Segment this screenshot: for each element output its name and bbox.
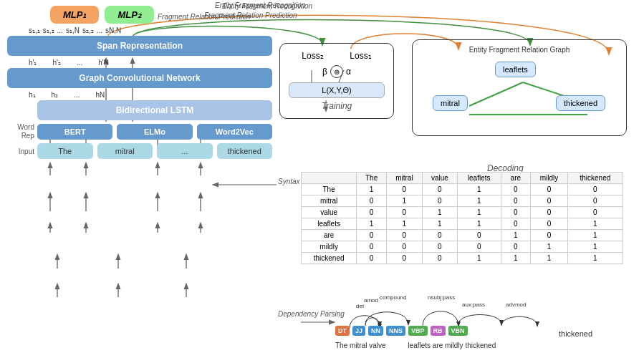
matrix-header-mitral: mitral bbox=[386, 173, 422, 184]
cell: 0 bbox=[386, 253, 422, 264]
pos-rb-tag: RB bbox=[431, 326, 446, 336]
cell: 1 bbox=[457, 207, 501, 218]
svg-text:aux:pass: aux:pass bbox=[462, 301, 485, 308]
svg-text:det: det bbox=[356, 303, 365, 309]
efr-graph-box: Entity Fragment Relation Graph leaflets … bbox=[412, 39, 627, 136]
cell: 1 bbox=[567, 218, 623, 230]
cell: 0 bbox=[422, 184, 457, 195]
cell: 0 bbox=[457, 230, 501, 241]
cell: 0 bbox=[567, 184, 623, 195]
span-idx-2: ... bbox=[57, 26, 63, 34]
word-rep-section: WordRep BERT ELMo Word2Vec bbox=[7, 123, 272, 140]
cell: 0 bbox=[531, 218, 568, 230]
cell: 0 bbox=[357, 207, 387, 218]
input-the: The bbox=[37, 143, 93, 159]
span-indices-row: s₁,₁ s₁,₂ ... s₁,N s₂,₂ ... sN,N bbox=[7, 26, 272, 34]
word-rep-boxes: BERT ELMo Word2Vec bbox=[37, 124, 272, 140]
elmo-box: ELMo bbox=[117, 124, 192, 140]
token-mitral: JJ bbox=[352, 326, 365, 336]
loss1-label: Loss₁ bbox=[350, 51, 371, 61]
cell: 0 bbox=[567, 195, 623, 207]
cell: 1 bbox=[567, 230, 623, 241]
table-row: leaflets 1 1 1 1 0 0 1 bbox=[302, 218, 623, 230]
cell: 0 bbox=[422, 241, 457, 253]
cell: 0 bbox=[531, 195, 568, 207]
cell: 0 bbox=[422, 253, 457, 264]
loss2-label: Loss₂ bbox=[302, 51, 323, 61]
matrix-header-empty bbox=[302, 173, 357, 184]
h-1: h₁ bbox=[29, 91, 36, 99]
cell: 1 bbox=[501, 230, 531, 241]
cell: 1 bbox=[357, 184, 387, 195]
node-leaflets: leaflets bbox=[495, 62, 536, 77]
cell: 1 bbox=[457, 253, 501, 264]
pos-vbn-tag: VBN bbox=[448, 326, 468, 336]
bilstm-wrapper: Bidirectional LSTM bbox=[37, 100, 272, 120]
table-row: thickened 0 0 0 1 1 1 1 bbox=[302, 253, 623, 264]
span-idx-5: ... bbox=[97, 26, 102, 34]
mlp2-box: MLP₂ bbox=[105, 6, 153, 24]
cell: 0 bbox=[422, 230, 457, 241]
cell: 0 bbox=[531, 230, 568, 241]
input-boxes: The mitral ... thickened bbox=[37, 143, 272, 159]
pos-jj-tag: JJ bbox=[352, 326, 365, 336]
span-idx-0: s₁,₁ bbox=[29, 26, 40, 34]
parse-sentence: The mitral valve leaflets are mildly thi… bbox=[335, 342, 496, 349]
row-label-are: are bbox=[302, 230, 357, 241]
cell: 0 bbox=[386, 207, 422, 218]
cell: 0 bbox=[501, 241, 531, 253]
cell: 1 bbox=[501, 253, 531, 264]
table-row: value 0 0 1 1 0 0 0 bbox=[302, 207, 623, 218]
table-row: are 0 0 0 0 1 0 1 bbox=[302, 230, 623, 241]
bottom-thickened-label: thickened bbox=[559, 329, 592, 338]
mlp1-box: MLP₁ bbox=[50, 6, 99, 24]
pos-vbp-tag: VBP bbox=[408, 326, 428, 336]
cell: 0 bbox=[357, 253, 387, 264]
cell: 0 bbox=[422, 195, 457, 207]
token-valve: NN bbox=[368, 326, 383, 336]
h-2: h₂ bbox=[52, 91, 59, 99]
h-n: hN bbox=[95, 91, 105, 99]
cell: 0 bbox=[386, 230, 422, 241]
matrix-header-are: are bbox=[501, 173, 531, 184]
word2vec-box: Word2Vec bbox=[197, 124, 272, 140]
svg-text:amod: amod bbox=[364, 297, 378, 304]
cell: 1 bbox=[386, 195, 422, 207]
matrix-section: The mitral value leaflets are mildly thi… bbox=[301, 172, 623, 264]
cell: 0 bbox=[501, 184, 531, 195]
efr-graph-area: leaflets mitral thickened bbox=[420, 58, 619, 130]
span-representation-box: Span Representation bbox=[7, 36, 272, 56]
token-leaflets: NNS bbox=[386, 326, 405, 336]
lxy-box: L(X,Y,Θ) bbox=[289, 82, 385, 98]
span-idx-4: s₂,₂ bbox=[82, 26, 94, 34]
input-section: Input The mitral ... thickened bbox=[7, 143, 272, 159]
parse-sentence-1: The mitral valve bbox=[335, 342, 386, 349]
cell: 1 bbox=[567, 241, 623, 253]
h-dots: ... bbox=[74, 91, 80, 99]
beta-label: β bbox=[322, 67, 327, 77]
table-row: mitral 0 1 0 1 0 0 0 bbox=[302, 195, 623, 207]
token-mildly: RB bbox=[431, 326, 446, 336]
mlp-row: MLP₁ MLP₂ bbox=[50, 6, 272, 24]
row-label-thickened: thickened bbox=[302, 253, 357, 264]
gcn-box: Graph Convolutional Network bbox=[7, 68, 272, 88]
pos-nn-tag: NN bbox=[368, 326, 383, 336]
cell: 1 bbox=[386, 218, 422, 230]
cell: 0 bbox=[357, 195, 387, 207]
cell: 0 bbox=[357, 230, 387, 241]
h-row: h₁ h₂ ... hN bbox=[7, 91, 272, 99]
h-prime-n: h'N bbox=[98, 59, 109, 67]
row-label-leaflets: leaflets bbox=[302, 218, 357, 230]
cell: 1 bbox=[422, 218, 457, 230]
table-row: mildly 0 0 0 0 0 1 1 bbox=[302, 241, 623, 253]
cell: 1 bbox=[531, 253, 568, 264]
h-prime-row: h'₁ h'₂ ... h'N bbox=[7, 59, 272, 67]
cell: 0 bbox=[501, 218, 531, 230]
node-mitral: mitral bbox=[433, 95, 468, 111]
node-thickened: thickened bbox=[556, 95, 605, 111]
training-box: Loss₂ Loss₁ β ⊕ α L(X,Y,Θ) Training bbox=[279, 43, 394, 119]
dep-parse-tokens: DT JJ NN NNS VBP RB VBN bbox=[335, 326, 468, 336]
matrix-header-value: value bbox=[422, 173, 457, 184]
table-row: The 1 0 0 1 0 0 0 bbox=[302, 184, 623, 195]
word-rep-label: WordRep bbox=[7, 123, 34, 140]
